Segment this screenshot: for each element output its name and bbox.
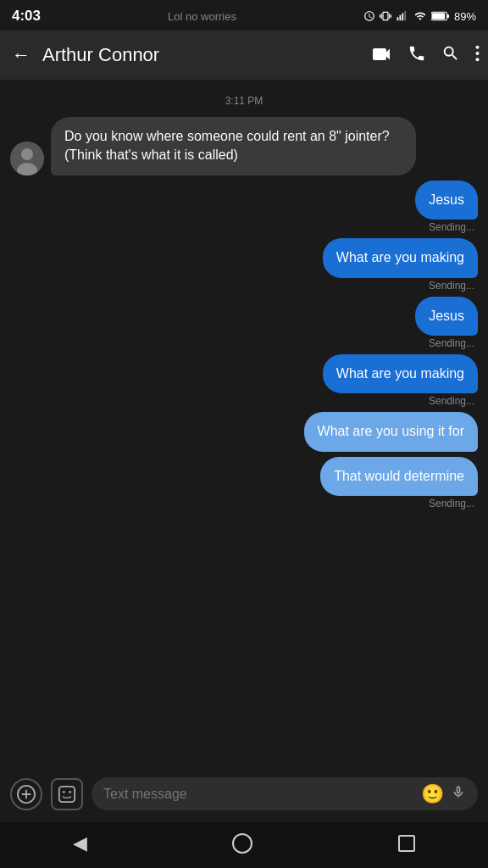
outgoing-bubble-wrap-2: What are you making Sending... [323,238,478,291]
svg-rect-0 [397,17,399,20]
outgoing-message-row-4: What are you making Sending... [10,354,478,407]
incoming-bubble-1: Do you know where someone could rent an … [51,117,416,175]
status-time: 4:03 [12,8,41,25]
battery-icon [431,11,450,21]
outgoing-bubble-2: What are you making [323,238,478,277]
wifi-icon [413,10,427,22]
svg-point-11 [21,148,33,160]
more-options-icon[interactable] [475,44,480,67]
signal-icon [396,10,409,22]
emoji-button[interactable]: 🙂 [421,783,444,805]
alarm-icon [363,10,375,22]
microphone-button[interactable] [451,782,466,805]
incoming-message-row-1: Do you know where someone could rent an … [10,117,478,175]
svg-point-8 [475,51,479,54]
outgoing-bubble-wrap-4: What are you making Sending... [323,354,478,407]
battery-percent: 89% [454,10,476,23]
message-timestamp: 3:11 PM [10,95,478,107]
message-status-2: Sending... [429,280,474,292]
message-status-3: Sending... [429,337,474,349]
input-area: 🙂 [0,769,488,822]
outgoing-bubble-wrap-5: What are you using it for [304,412,478,451]
message-input[interactable] [103,787,414,802]
contact-name[interactable]: Arthur Connor [42,44,363,66]
message-status-1: Sending... [429,221,474,233]
svg-rect-2 [402,14,403,21]
avatar-image [10,142,44,175]
message-input-wrap[interactable]: 🙂 [92,777,478,810]
svg-rect-1 [399,15,401,20]
sticker-button[interactable] [51,778,83,810]
outgoing-message-row-3: Jesus Sending... [10,297,478,349]
outgoing-message-row-2: What are you making Sending... [10,238,478,291]
outgoing-bubble-wrap-6: That would determine Sending... [320,457,478,509]
nav-home-button[interactable] [232,833,252,854]
svg-point-7 [475,45,479,48]
svg-point-9 [475,58,479,61]
phone-call-icon[interactable] [408,44,426,67]
outgoing-message-row-1: Jesus Sending... [10,181,478,233]
svg-rect-3 [404,11,406,20]
search-icon[interactable] [441,44,460,67]
contact-avatar [10,142,44,175]
status-icons: 89% [363,10,476,23]
add-button[interactable] [10,778,42,810]
outgoing-bubble-3: Jesus [415,297,478,336]
outgoing-bubble-1: Jesus [415,181,478,220]
back-button[interactable]: ← [8,41,34,70]
header: ← Arthur Connor [0,31,488,80]
status-bar: 4:03 Lol no worries 89% [0,0,488,31]
message-status-4: Sending... [429,395,474,407]
svg-rect-6 [432,13,445,19]
outgoing-bubble-4: What are you making [323,354,478,393]
header-actions [372,44,480,67]
svg-point-15 [63,790,65,793]
message-status-6: Sending... [429,498,474,509]
outgoing-bubble-6: That would determine [320,457,478,496]
svg-point-16 [69,790,71,793]
nav-bar: ◀ [0,822,488,868]
svg-rect-14 [59,786,75,801]
nav-recents-button[interactable] [398,835,415,852]
status-notification: Lol no worries [41,10,363,23]
outgoing-message-row-6: That would determine Sending... [10,457,478,509]
svg-rect-5 [447,14,449,18]
outgoing-bubble-wrap-1: Jesus Sending... [415,181,478,233]
outgoing-message-row-5: What are you using it for [10,412,478,451]
messages-area: 3:11 PM Do you know where someone could … [0,80,488,769]
video-call-icon[interactable] [372,45,392,66]
nav-back-button[interactable]: ◀ [73,832,87,854]
incoming-bubble-wrap-1: Do you know where someone could rent an … [51,117,416,175]
outgoing-bubble-5: What are you using it for [304,412,478,451]
vibrate-icon [380,10,391,22]
outgoing-bubble-wrap-3: Jesus Sending... [415,297,478,349]
